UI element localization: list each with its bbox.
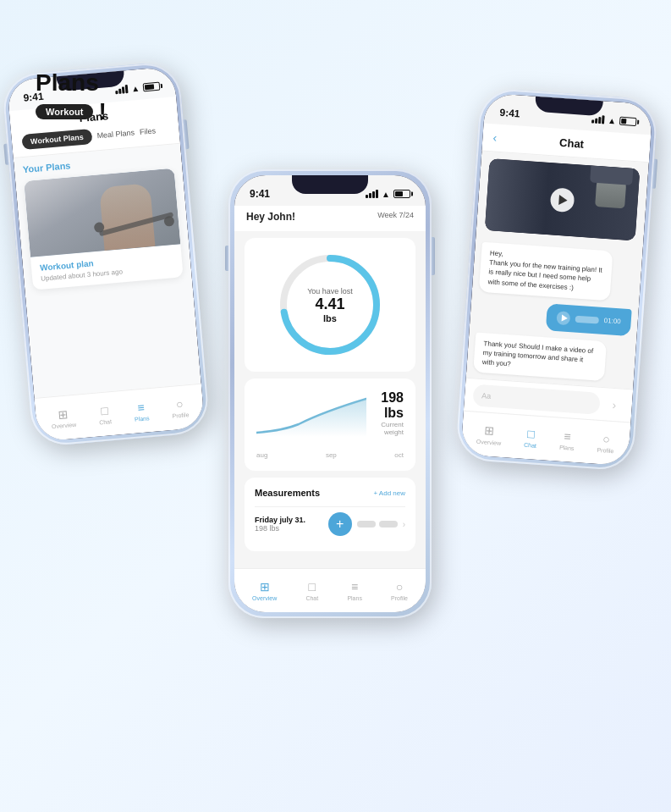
nav-overview-label: Overview (52, 422, 77, 430)
message-received-2: Thank you! Should I make a video of my t… (473, 332, 607, 381)
nav-chat[interactable]: □ Chat (97, 403, 112, 425)
nav-profile[interactable]: ○ Profile (171, 396, 190, 419)
send-button[interactable]: › (604, 395, 624, 414)
plan-card-image (24, 168, 180, 257)
message-received-1: Hey,Thank you for the new training plan!… (479, 242, 613, 301)
right-nav-profile[interactable]: ○ Profile (597, 432, 615, 454)
workout-badge: Workout (36, 104, 93, 119)
right-nav-overview[interactable]: ⊞ Overview (476, 423, 503, 446)
right-signal-icon (591, 114, 605, 124)
measurement-chevron-icon: › (403, 520, 405, 529)
center-chat-icon: □ (309, 580, 316, 594)
plans-icon: ≡ (137, 400, 146, 415)
add-new-button[interactable]: + Add new (373, 489, 405, 497)
left-phone-bottom-nav: ⊞ Overview □ Chat ≡ Plans ○ Profile (34, 384, 205, 442)
center-nav-chat-label: Chat (305, 595, 318, 601)
center-wifi-icon: ▲ (382, 190, 390, 199)
battery-icon (143, 82, 161, 92)
hero-badge-row: Workout ! (36, 98, 107, 125)
center-phone-notch (292, 175, 368, 194)
hero-plans-text: Plans (36, 69, 99, 97)
input-placeholder: Aa (481, 391, 492, 400)
overview-icon: ⊞ (58, 407, 69, 422)
nav-profile-label: Profile (172, 412, 189, 419)
right-nav-plans-label: Plans (559, 445, 575, 451)
right-chat-icon: □ (527, 427, 536, 441)
measurements-section: Measurements + Add new Friday july 31. 1… (245, 478, 415, 551)
current-weight-label: Current weight (366, 421, 404, 436)
right-phone-status-icons: ▲ (591, 114, 637, 127)
tab-workout-plans[interactable]: Workout Plans (21, 129, 92, 150)
right-phone-time: 9:41 (499, 107, 520, 120)
measurements-title: Measurements (255, 488, 320, 498)
measurement-add-button[interactable]: + (328, 512, 352, 536)
chat-title: Chat (503, 132, 641, 154)
center-nav-chat[interactable]: □ Chat (305, 580, 318, 601)
weight-lost-label: You have lost (307, 287, 353, 296)
center-overview-icon: ⊞ (260, 580, 270, 594)
signal-icon (115, 85, 129, 94)
left-phone-side-button (3, 144, 8, 165)
center-nav-plans[interactable]: ≡ Plans (347, 580, 362, 601)
right-nav-profile-label: Profile (597, 447, 613, 454)
center-profile-icon: ○ (396, 580, 403, 594)
overview-screen: 9:41 ▲ Hey John! Week 7/2 (234, 175, 426, 612)
measurement-weight-value: 198 lbs (255, 524, 305, 533)
center-phone: 9:41 ▲ Hey John! Week 7/2 (228, 169, 432, 618)
measurement-actions: + › (328, 512, 405, 536)
current-weight-display: 198 lbs Current weight (366, 390, 404, 436)
right-nav-plans[interactable]: ≡ Plans (559, 429, 575, 451)
center-plans-icon: ≡ (351, 580, 358, 594)
weight-chart-section: 198 lbs Current weight aug sep oct (245, 378, 415, 471)
center-nav-overview[interactable]: ⊞ Overview (252, 580, 277, 601)
profile-icon: ○ (175, 397, 184, 412)
center-signal-icon (366, 190, 378, 198)
right-nav-chat-label: Chat (524, 442, 536, 449)
measurement-row[interactable]: Friday july 31. 198 lbs + › (255, 506, 405, 541)
right-battery-icon (619, 117, 637, 126)
weight-circle: You have lost 4.41 lbs (275, 250, 385, 360)
right-wifi-icon: ▲ (608, 115, 617, 125)
chart-label-sep: sep (326, 451, 337, 459)
chart-label-oct: oct (394, 451, 404, 459)
current-weight-value: 198 lbs (366, 390, 404, 421)
hero-exclamation: ! (98, 98, 106, 125)
week-badge: Week 7/24 (377, 211, 414, 219)
measurement-date: Friday july 31. (255, 516, 305, 524)
left-phone-right-button (184, 119, 190, 149)
measurements-header: Measurements + Add new (255, 488, 405, 498)
center-nav-profile[interactable]: ○ Profile (391, 580, 408, 601)
tab-files[interactable]: Files (140, 126, 157, 136)
nav-overview[interactable]: ⊞ Overview (50, 406, 76, 429)
weight-lost-unit: lbs (307, 313, 353, 323)
center-nav-overview-label: Overview (252, 595, 277, 601)
nav-chat-label: Chat (99, 418, 112, 425)
video-thumbnail[interactable] (485, 158, 640, 240)
back-button[interactable]: ‹ (492, 130, 498, 144)
tab-meal-plans[interactable]: Meal Plans (96, 129, 135, 141)
center-phone-right-button (432, 237, 435, 275)
circle-text: You have lost 4.41 lbs (307, 287, 353, 323)
right-nav-overview-label: Overview (476, 439, 502, 446)
nav-plans-label: Plans (135, 415, 150, 422)
center-phone-time: 9:41 (250, 188, 270, 200)
chat-input-field[interactable]: Aa (472, 384, 600, 414)
measurement-thumbnail (357, 521, 398, 528)
right-nav-chat[interactable]: □ Chat (524, 427, 538, 449)
right-phone: 9:41 ▲ ‹ Chat (455, 87, 658, 472)
audio-play-icon (561, 314, 568, 321)
plan-card[interactable]: Workout plan Updated about 3 hours ago (24, 168, 184, 290)
your-plans-section: Your Plans Workout plan Updated about 3 … (14, 144, 193, 298)
nav-plans-active[interactable]: ≡ Plans (133, 400, 150, 422)
center-phone-left-button (225, 246, 228, 271)
center-nav-profile-label: Profile (391, 595, 408, 601)
greeting-text: Hey John! (246, 211, 295, 223)
audio-play-button[interactable] (556, 311, 570, 325)
hero-text-container: Plans Workout ! (36, 69, 107, 125)
chat-icon: □ (101, 404, 109, 418)
audio-message[interactable]: 01:00 (546, 303, 632, 336)
right-plans-icon: ≡ (564, 429, 571, 444)
hero-text-row: Plans (36, 69, 107, 97)
center-phone-status-icons: ▲ (366, 190, 410, 199)
overview-header: Hey John! Week 7/24 (234, 206, 426, 231)
